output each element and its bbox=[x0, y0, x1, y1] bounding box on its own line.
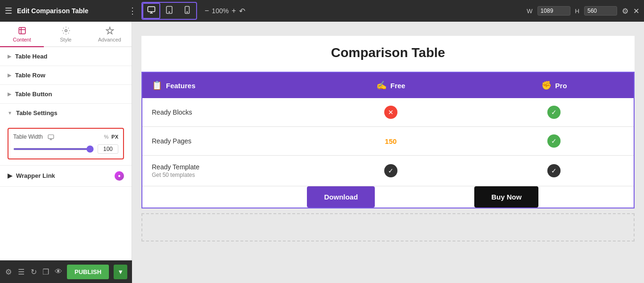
height-label: H bbox=[575, 8, 579, 15]
device-group bbox=[141, 2, 197, 20]
pro-cell-2: ✓ bbox=[474, 127, 634, 156]
history-icon[interactable]: ↻ bbox=[30, 265, 37, 278]
check-green-icon: ✓ bbox=[547, 106, 561, 119]
svg-point-4 bbox=[169, 12, 170, 13]
feature-subtitle: Get 50 templates bbox=[152, 172, 297, 178]
table-footer-row: Download Buy Now bbox=[142, 186, 634, 208]
layers-icon[interactable]: ☰ bbox=[17, 265, 25, 278]
table-width-box: Table Width % PX bbox=[8, 128, 124, 159]
wrapper-link-arrow: ▶ bbox=[8, 172, 12, 179]
page-title: Edit Comparison Table bbox=[17, 7, 88, 15]
percent-unit[interactable]: % bbox=[104, 134, 109, 140]
top-bar-right: W H ⚙ ✕ bbox=[527, 6, 639, 16]
section-table-row: ▶ Table Row bbox=[0, 66, 132, 85]
svg-rect-0 bbox=[148, 7, 155, 12]
eye-icon[interactable]: 👁 bbox=[55, 265, 62, 278]
tab-style[interactable]: Style bbox=[44, 22, 88, 47]
zoom-out-btn[interactable]: − bbox=[205, 7, 209, 15]
feature-name: Ready Blocks bbox=[152, 108, 192, 116]
settings-bottom-icon[interactable]: ⚙ bbox=[5, 265, 12, 278]
table-head: 📋 Features ✍ Free ✊ bbox=[142, 72, 634, 98]
feature-name: Ready Template bbox=[152, 163, 297, 171]
svg-rect-11 bbox=[48, 135, 54, 139]
table-row: Ready Pages 150 ✓ bbox=[142, 127, 634, 156]
tablet-device-btn[interactable] bbox=[160, 3, 178, 19]
zoom-controls: − 100% + ↶ bbox=[205, 7, 245, 16]
svg-rect-7 bbox=[19, 27, 25, 34]
section-table-head: ▶ Table Head bbox=[0, 47, 132, 66]
table-head-arrow: ▶ bbox=[8, 54, 11, 59]
publish-dropdown-btn[interactable]: ▼ bbox=[114, 265, 127, 279]
device-switcher: − 100% + ↶ bbox=[137, 2, 527, 20]
feature-name: Ready Pages bbox=[152, 137, 191, 145]
close-icon[interactable]: ✕ bbox=[633, 7, 639, 16]
sidebar: Content Style Advanced ▶ Table Head ▶ Ta… bbox=[0, 22, 132, 283]
settings-icon[interactable]: ⚙ bbox=[622, 7, 628, 16]
table-settings-arrow: ▼ bbox=[8, 110, 12, 116]
top-bar: ☰ Edit Comparison Table ⋮ − 100% + ↶ W H… bbox=[0, 0, 644, 22]
page-count: 150 bbox=[385, 137, 396, 145]
table-footer: Download Buy Now bbox=[142, 186, 634, 208]
th-free: ✍ Free bbox=[307, 72, 474, 98]
wrapper-link-label: Wrapper Link bbox=[16, 172, 55, 179]
check-dark-icon: ✓ bbox=[384, 164, 397, 177]
tab-advanced[interactable]: Advanced bbox=[88, 22, 132, 47]
grid-icon[interactable]: ⋮ bbox=[128, 6, 137, 16]
table-width-label-row: Table Width % PX bbox=[13, 133, 118, 141]
table-button-header[interactable]: ▶ Table Button bbox=[0, 85, 132, 103]
comparison-table-title: Comparison Table bbox=[141, 36, 635, 72]
tab-content[interactable]: Content bbox=[0, 22, 44, 47]
feature-cell: Ready Blocks bbox=[142, 98, 307, 127]
th-features: 📋 Features bbox=[142, 72, 307, 98]
footer-empty-cell bbox=[142, 186, 307, 208]
height-input[interactable] bbox=[584, 6, 617, 16]
check-green-icon: ✓ bbox=[547, 134, 561, 148]
width-input[interactable] bbox=[537, 6, 570, 16]
buy-now-button[interactable]: Buy Now bbox=[474, 186, 538, 208]
table-width-unit-controls: % PX bbox=[104, 134, 118, 140]
comparison-table: 📋 Features ✍ Free ✊ bbox=[141, 72, 635, 208]
footer-download-cell: Download bbox=[307, 186, 474, 208]
svg-point-6 bbox=[187, 12, 188, 13]
table-row: Ready Blocks ✕ ✓ bbox=[142, 98, 634, 127]
pro-icon: ✊ bbox=[541, 80, 552, 91]
table-row: Ready Template Get 50 templates ✓ ✓ bbox=[142, 156, 634, 186]
pro-cell-3: ✓ bbox=[474, 156, 634, 186]
th-pro: ✊ Pro bbox=[474, 72, 634, 98]
sidebar-tabs: Content Style Advanced bbox=[0, 22, 132, 47]
check-dark-icon: ✓ bbox=[547, 164, 561, 177]
table-head-label: Table Head bbox=[15, 53, 47, 60]
free-cell-1: ✕ bbox=[307, 98, 474, 127]
features-icon: 📋 bbox=[152, 80, 162, 91]
undo-btn[interactable]: ↶ bbox=[239, 7, 245, 16]
download-button[interactable]: Download bbox=[307, 186, 375, 208]
table-head-header[interactable]: ▶ Table Head bbox=[0, 47, 132, 66]
table-row-arrow: ▶ bbox=[8, 73, 11, 78]
table-settings-header[interactable]: ▼ Table Settings bbox=[0, 104, 132, 122]
zoom-level: 100% bbox=[212, 7, 229, 15]
main-layout: Content Style Advanced ▶ Table Head ▶ Ta… bbox=[0, 22, 644, 283]
width-label: W bbox=[527, 8, 532, 15]
free-cell-3: ✓ bbox=[307, 156, 474, 186]
wrapper-link-icon: ● bbox=[115, 171, 124, 181]
canvas-drop-zone bbox=[141, 213, 635, 241]
section-wrapper-link[interactable]: ▶ Wrapper Link ● bbox=[0, 166, 132, 187]
svg-point-10 bbox=[65, 30, 67, 32]
table-width-slider[interactable] bbox=[13, 148, 94, 150]
top-bar-left: ☰ Edit Comparison Table ⋮ bbox=[5, 6, 137, 16]
table-width-value[interactable] bbox=[98, 144, 118, 154]
px-unit[interactable]: PX bbox=[111, 134, 118, 140]
duplicate-icon[interactable]: ❐ bbox=[42, 265, 50, 278]
zoom-in-btn[interactable]: + bbox=[231, 7, 236, 15]
hamburger-icon[interactable]: ☰ bbox=[5, 6, 12, 16]
table-settings-content: Table Width % PX bbox=[0, 122, 132, 165]
table-width-slider-row bbox=[13, 144, 118, 154]
mobile-device-btn[interactable] bbox=[178, 3, 196, 19]
publish-button[interactable]: PUBLISH bbox=[67, 265, 109, 279]
desktop-device-btn[interactable] bbox=[142, 3, 160, 19]
footer-buynow-cell: Buy Now bbox=[474, 186, 634, 208]
cross-icon: ✕ bbox=[384, 106, 397, 119]
table-head-row: 📋 Features ✍ Free ✊ bbox=[142, 72, 634, 98]
table-row-header[interactable]: ▶ Table Row bbox=[0, 66, 132, 84]
bottom-bar: ⚙ ☰ ↻ ❐ 👁 PUBLISH ▼ bbox=[0, 260, 132, 283]
